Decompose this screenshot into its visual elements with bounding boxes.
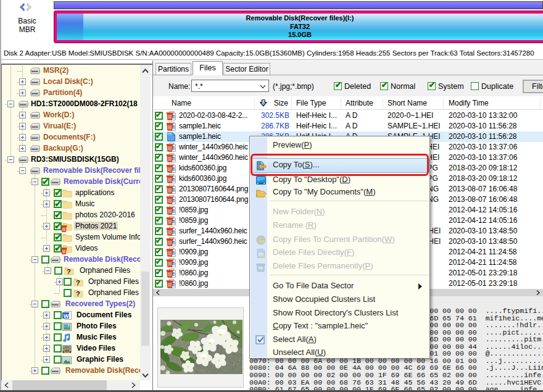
svg-text:?: ? (76, 279, 80, 286)
svg-text:?: ? (76, 290, 80, 298)
svg-text:?: ? (67, 268, 71, 275)
svg-text:W: W (64, 312, 69, 319)
